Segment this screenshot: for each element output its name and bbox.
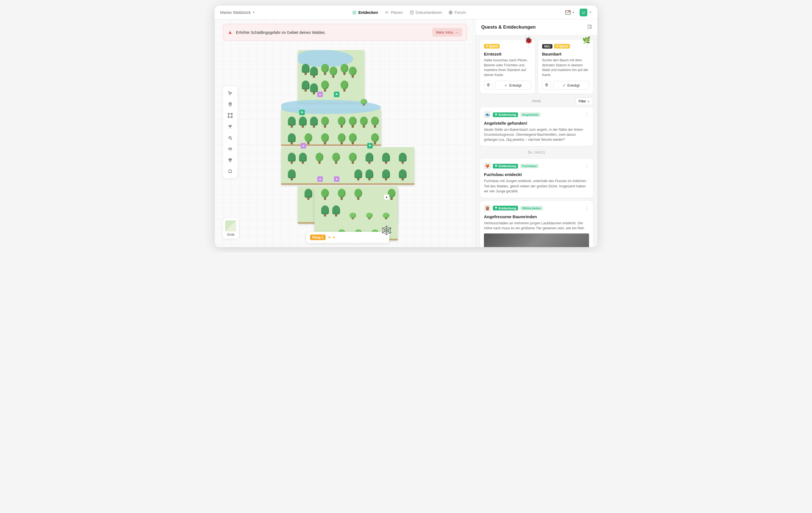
svg-point-4 [582, 11, 583, 12]
date-separator: Do. 14.6.21 [480, 151, 593, 154]
discovery-menu-button[interactable]: ⋮ [585, 206, 589, 211]
quest-menu-button[interactable]: ⋮ [527, 44, 531, 49]
tool-plant[interactable] [225, 122, 235, 132]
compass-icon [352, 10, 357, 15]
alert-button-label: Mehr Infos [436, 30, 453, 34]
tab-entdecken[interactable]: Entdecken [352, 10, 378, 15]
branch-decoration: 🐞 [524, 36, 533, 44]
zoom-level[interactable]: Grob [223, 218, 238, 239]
map-marker[interactable]: ● [300, 143, 306, 148]
quest-menu-button[interactable]: ⋮ [585, 44, 589, 49]
discovery-desc: Fuchsbau mit Jungen entdeckt, unterhalb … [484, 179, 589, 193]
discovery-tag: Fuchsbau [520, 164, 539, 168]
discovery-title: Fuchsbau entdeckt [484, 172, 589, 177]
toolbox [223, 86, 237, 178]
sidebar-title: Quests & Entdeckungen [481, 24, 535, 30]
quest-card: 🐞 ✦ Quest ⋮ Erntezeit Halte Ausschau nac… [480, 40, 535, 93]
map-marker[interactable]: ⚑ [299, 110, 305, 115]
profile-button[interactable]: ▼ [580, 8, 592, 17]
discovery-menu-button[interactable]: ⋮ [585, 112, 589, 117]
rank-stars: ✦ ✦ [328, 235, 336, 240]
forest-map[interactable]: ● ⚑ ⚑ ● ⚑ ● ● ● [281, 45, 417, 244]
arrow-right-icon: → [455, 30, 458, 34]
svg-point-9 [231, 113, 232, 114]
notification-dot [569, 10, 570, 12]
chevron-down-icon: ▼ [572, 11, 575, 14]
quest-done-button[interactable]: ✓ Erledigt [553, 81, 589, 90]
discovery-card: 🪵 ⚑ Entdeckung Wildschäden ⋮ Angefressen… [480, 201, 593, 247]
discovery-badge: ⚑ Entdeckung [493, 112, 518, 117]
svg-point-6 [230, 103, 231, 104]
quest-desc: Halte Ausschau nach Pilzen, Beeren oder … [484, 58, 531, 77]
quest-title: Erntezeit [484, 52, 531, 56]
map-marker[interactable]: ● [384, 194, 389, 200]
discovery-badge: ⚑ Entdeckung [493, 164, 518, 168]
svg-point-15 [229, 160, 231, 162]
tool-structure[interactable] [225, 166, 235, 176]
tool-pointer[interactable] [225, 88, 235, 98]
map-marker[interactable]: ⚑ [334, 91, 340, 97]
svg-point-14 [231, 159, 232, 160]
tab-dokumentieren[interactable]: Dokumentieren [410, 10, 442, 15]
new-badge: NEU [542, 44, 552, 49]
plan-icon [385, 10, 389, 15]
map-marker[interactable]: ● [317, 176, 323, 182]
quest-badge: ✦ Quest [554, 44, 570, 49]
map-canvas[interactable]: ▲ Erhöhte Schädlingsgefahr im Gebiet dei… [215, 20, 475, 247]
svg-point-11 [231, 116, 232, 118]
tab-forum[interactable]: Forum [448, 10, 466, 15]
discovery-tag: Wildschäden [520, 206, 543, 210]
quest-done-button[interactable]: ✓ Erledigt [495, 81, 531, 90]
svg-point-19 [546, 84, 547, 85]
svg-point-8 [228, 113, 229, 114]
tool-wildlife[interactable] [225, 155, 235, 165]
tab-label: Dokumentieren [416, 10, 442, 15]
tool-harvest[interactable] [225, 144, 235, 154]
discovery-icon: 🐟 [484, 111, 491, 118]
filter-button[interactable]: Filter ▼ [575, 98, 593, 105]
tool-leaves[interactable] [225, 133, 235, 143]
chevron-down-icon: ▼ [589, 11, 592, 14]
zoom-label: Grob [225, 233, 236, 237]
mail-button[interactable]: ▼ [563, 9, 577, 16]
warning-icon: ▲ [228, 29, 233, 35]
discovery-menu-button[interactable]: ⋮ [585, 163, 589, 169]
discovery-icon: 🪵 [484, 205, 491, 212]
discovery-badge: ⚑ Entdeckung [493, 206, 518, 210]
discovery-icon: 🦊 [484, 163, 491, 169]
map-marker[interactable]: ● [334, 176, 340, 182]
discovery-image [484, 234, 589, 247]
discovery-desc: Verbissschäden an mehreren jungen Laubbä… [484, 221, 589, 231]
discovery-card: 🦊 ⚑ Entdeckung Fuchsbau ⋮ Fuchsbau entde… [480, 159, 593, 197]
tab-label: Forum [455, 10, 466, 15]
globe-icon [448, 10, 453, 15]
chevron-down-icon: ▼ [587, 100, 590, 103]
map-marker[interactable]: ● [317, 91, 323, 97]
svg-point-10 [228, 116, 229, 118]
quest-desc: Suche den Baum mit dem dicksten Stamm in… [542, 58, 589, 77]
alert-text: Erhöhte Schädlingsgefahr im Gebiet deine… [236, 30, 429, 35]
workspace-name: Maries Waldstück [220, 10, 251, 15]
chevron-down-icon: ▼ [252, 11, 255, 14]
tab-label: Entdecken [358, 10, 378, 15]
branch-decoration: 🕸️ [381, 225, 392, 236]
discovery-title: Angelstelle gefunden! [484, 121, 589, 126]
quest-locate-button[interactable] [484, 81, 493, 90]
alert-more-button[interactable]: Mehr Infos → [432, 28, 462, 37]
rank-card[interactable]: Rang 2 ✦ ✦ 🕸️ [306, 232, 389, 243]
collapse-button[interactable] [587, 24, 592, 30]
discovery-card: 🐟 ⚑ Entdeckung Angelstelle ⋮ Angelstelle… [480, 107, 593, 146]
tab-planen[interactable]: Planen [385, 10, 403, 15]
quest-badge: ✦ Quest [484, 44, 500, 49]
doc-icon [410, 10, 414, 15]
avatar [580, 8, 587, 17]
discovery-desc: Ideale Stelle am Bakernbach zum angeln, … [484, 127, 589, 142]
quest-locate-button[interactable] [542, 81, 551, 90]
tool-pin[interactable] [225, 99, 235, 109]
main-nav: Entdecken Planen Dokumentieren Forum [352, 10, 466, 15]
workspace-selector[interactable]: Maries Waldstück ▼ [220, 10, 255, 15]
rank-badge: Rang 2 [310, 235, 326, 240]
date-separator: Heute Filter ▼ [480, 99, 593, 103]
tool-area[interactable] [225, 110, 235, 120]
map-marker[interactable]: ⚑ [367, 143, 373, 148]
